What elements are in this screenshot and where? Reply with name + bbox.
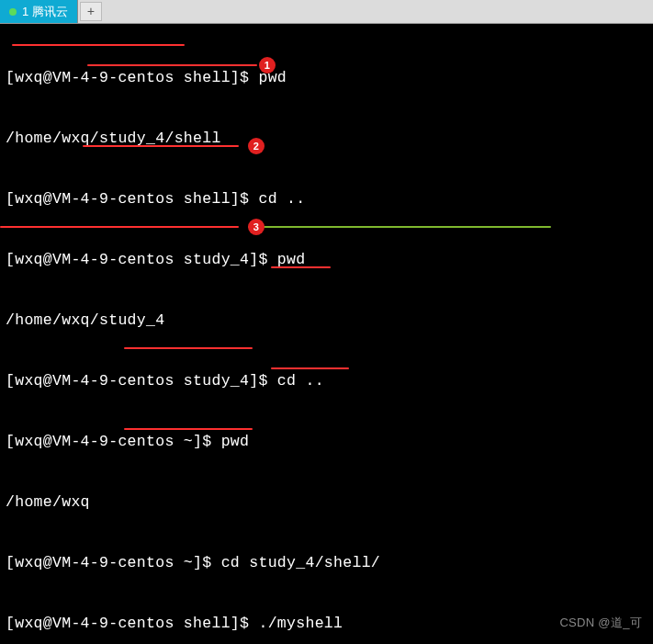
terminal-line: [wxq@VM-4-9-centos shell]$ pwd (6, 68, 647, 88)
plus-icon: + (87, 5, 95, 19)
annotation-underline-red (271, 266, 331, 268)
terminal-line: /home/wxq/study_4 (6, 311, 647, 331)
terminal-line: [wxq@VM-4-9-centos shell]$ ./myshell (6, 614, 647, 634)
tab-label: 1 腾讯云 (22, 4, 68, 20)
terminal-line: [wxq@VM-4-9-centos ~]$ pwd (6, 432, 647, 452)
terminal-line: [wxq@VM-4-9-centos study_4]$ cd .. (6, 371, 647, 391)
terminal-line: /home/wxq (6, 492, 647, 513)
watermark-text: CSDN @道_可 (559, 613, 642, 633)
annotation-underline-red (87, 64, 257, 66)
annotation-underline-green (248, 226, 551, 228)
annotation-badge: 3 (248, 219, 265, 235)
tab-bar: 1 腾讯云 + (0, 0, 653, 24)
terminal-output[interactable]: [wxq@VM-4-9-centos shell]$ pwd /home/wxq… (0, 24, 653, 644)
annotation-underline-red (0, 226, 239, 228)
annotation-underline-red (83, 145, 239, 147)
annotation-underline-red (124, 428, 253, 430)
tab-active[interactable]: 1 腾讯云 (0, 0, 78, 23)
terminal-line: [wxq@VM-4-9-centos ~]$ cd study_4/shell/ (6, 553, 647, 573)
annotation-badge: 1 (259, 57, 276, 73)
status-dot-icon (9, 8, 17, 16)
terminal-line: [wxq@VM-4-9-centos shell]$ cd .. (6, 189, 647, 209)
annotation-badge: 2 (248, 138, 265, 154)
annotation-underline-red (12, 44, 185, 46)
annotation-underline-red (124, 347, 253, 349)
tab-add-button[interactable]: + (80, 2, 102, 21)
annotation-underline-red (271, 367, 349, 369)
